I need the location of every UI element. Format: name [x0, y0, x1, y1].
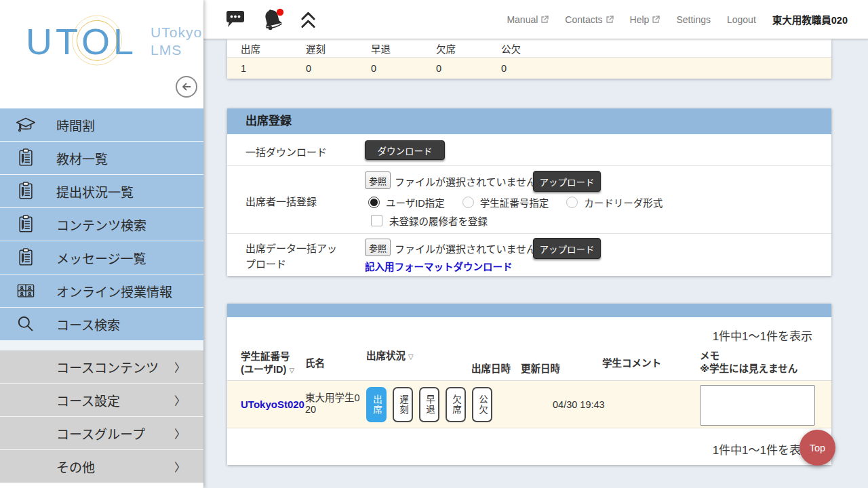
- sidebar-collapse-button[interactable]: [176, 76, 197, 98]
- col-student-number-line1: 学生証番号: [241, 350, 294, 363]
- register-unenrolled-label: 未登録の履修者を登録: [389, 214, 488, 228]
- radio-button-icon[interactable]: [462, 197, 474, 208]
- col-name-header: 氏名: [305, 357, 325, 370]
- summary-col-early-leave: 早退: [371, 41, 436, 56]
- radio-user-id[interactable]: ユーザID指定: [368, 195, 445, 209]
- double-chevron-up-icon: [300, 10, 317, 29]
- status-early-leave-button[interactable]: 早退: [419, 387, 439, 422]
- status-late-button[interactable]: 遅刻: [393, 387, 413, 422]
- topbar-icon-group: [203, 6, 317, 33]
- chat-bubble-icon: [225, 10, 245, 28]
- sidebar-item-course-contents[interactable]: コースコンテンツ 〉: [0, 350, 203, 384]
- scroll-to-top-button[interactable]: Top: [800, 430, 835, 466]
- attendee-bulk-register-label: 出席者一括登録: [245, 194, 317, 208]
- sidebar-item-materials[interactable]: 教材一覧: [0, 142, 203, 175]
- manual-link[interactable]: Manual: [507, 14, 549, 25]
- attendance-data-upload-label: 出席データ一括アップロード: [245, 241, 342, 272]
- external-link-icon: [540, 16, 549, 24]
- browse-file-button[interactable]: 参照: [365, 239, 391, 256]
- radio-card-reader[interactable]: カードリーダ形式: [566, 195, 663, 209]
- sidebar-item-online-class-info[interactable]: オンライン授業情報: [0, 274, 203, 308]
- settings-link[interactable]: Settings: [676, 14, 711, 25]
- help-link[interactable]: Help: [630, 14, 660, 25]
- summary-value-excused: 0: [501, 63, 566, 74]
- sidebar-item-course-search[interactable]: コース検索: [0, 308, 203, 341]
- status-present-button[interactable]: 出席: [366, 387, 387, 422]
- result-count-bottom: 1件中1〜1件を表示: [713, 441, 812, 458]
- radio-student-number[interactable]: 学生証番号指定: [462, 195, 549, 209]
- summary-col-present: 出席: [241, 41, 306, 56]
- col-memo-header: メモ ※学生には見えません: [700, 350, 797, 375]
- bulk-download-label: 一括ダウンロード: [245, 144, 327, 159]
- upload-button[interactable]: アップロード: [533, 238, 601, 259]
- sidebar-item-content-search[interactable]: コンテンツ検索: [0, 208, 203, 241]
- logo-letter-l: L: [113, 21, 137, 62]
- summary-col-excused: 公欠: [501, 41, 566, 56]
- notifications-button[interactable]: [259, 6, 286, 33]
- sidebar-item-label: コースグループ: [56, 424, 145, 443]
- col-student-number-header[interactable]: 学生証番号 (ユーザID) ▽: [241, 350, 294, 376]
- col-status-header[interactable]: 出席状況 ▽: [366, 350, 414, 363]
- attendance-status-buttons: 出席 遅刻 早退 欠席 公欠: [366, 387, 492, 422]
- external-link-icon: [606, 16, 614, 24]
- format-download-link[interactable]: 記入用フォーマットダウンロード: [365, 259, 513, 273]
- summary-col-absent: 欠席: [436, 41, 501, 56]
- table-top-bar: [227, 304, 831, 317]
- sidebar-item-course-settings[interactable]: コース設定 〉: [0, 384, 203, 417]
- radio-card-reader-label: カードリーダ形式: [584, 195, 663, 209]
- col-memo-line1: メモ: [700, 350, 797, 363]
- no-file-selected-text: ファイルが選択されていません。: [395, 174, 547, 188]
- upload-button[interactable]: アップロード: [533, 171, 601, 192]
- sort-icon[interactable]: ▽: [289, 367, 294, 374]
- external-link-icon: [652, 16, 660, 24]
- sidebar-course-menu: コースコンテンツ 〉 コース設定 〉 コースグループ 〉 その他 〉: [0, 350, 203, 483]
- contacts-link-label: Contacts: [565, 14, 602, 25]
- summary-header-row: 出席 遅刻 早退 欠席 公欠: [227, 39, 831, 58]
- logout-link[interactable]: Logout: [727, 14, 756, 25]
- checkbox-icon[interactable]: [371, 215, 382, 226]
- clipboard-icon: [14, 179, 38, 203]
- status-absent-button[interactable]: 欠席: [446, 387, 466, 422]
- logout-link-label: Logout: [727, 14, 756, 25]
- download-button[interactable]: ダウンロード: [365, 140, 445, 160]
- attendance-data-upload-row: 出席データ一括アップロード 参照 ファイルが選択されていません。 アップロード …: [227, 234, 831, 276]
- sidebar-main-menu: 時間割 教材一覧: [0, 108, 203, 341]
- student-id-link[interactable]: UTokyoSt020: [241, 399, 304, 410]
- sidebar-item-course-group[interactable]: コースグループ 〉: [0, 417, 203, 450]
- sidebar-item-label: コンテンツ検索: [56, 216, 146, 234]
- summary-value-row: 1 0 0 0 0: [227, 58, 831, 79]
- notification-dot: [277, 8, 283, 15]
- status-excused-button[interactable]: 公欠: [472, 387, 492, 422]
- bulk-download-row: 一括ダウンロード ダウンロード: [227, 134, 831, 166]
- col-updated-at-header: 更新日時: [521, 363, 560, 375]
- memo-textarea[interactable]: [700, 385, 815, 426]
- sidebar-item-label: その他: [56, 458, 95, 476]
- bell-icon: [259, 6, 286, 33]
- sidebar-item-others[interactable]: その他 〉: [0, 450, 203, 483]
- radio-button-icon[interactable]: [566, 197, 578, 208]
- col-attended-at-header: 出席日時: [471, 363, 511, 375]
- updated-at-value: 04/30 19:43: [553, 399, 605, 410]
- browse-file-button[interactable]: 参照: [365, 171, 391, 189]
- attendance-summary-table: 出席 遅刻 早退 欠席 公欠 1 0 0 0 0: [227, 39, 831, 79]
- sidebar-item-label: 時間割: [56, 116, 95, 134]
- panel-title: 出席登録: [227, 108, 831, 134]
- students-table-header: 1件中1〜1件を表示 学生証番号 (ユーザID) ▽ 氏名 出席状況 ▽ 出席日…: [227, 317, 831, 381]
- sidebar-item-submission-status[interactable]: 提出状況一覧: [0, 175, 203, 208]
- topbar-links: Manual Contacts Help Settings Logout 東大用…: [507, 12, 868, 26]
- logo-letter-o: O: [81, 21, 113, 62]
- sidebar-item-messages[interactable]: メッセージ一覧: [0, 241, 203, 274]
- contacts-link[interactable]: Contacts: [565, 14, 613, 25]
- utol-logo-text: UTOL: [26, 23, 137, 60]
- chevron-right-icon: 〉: [174, 458, 186, 475]
- radio-button-icon[interactable]: [368, 197, 380, 208]
- sidebar-item-timetable[interactable]: 時間割: [0, 108, 203, 142]
- clipboard-icon: [14, 146, 38, 170]
- chat-button[interactable]: [225, 10, 245, 28]
- collapse-topbar-button[interactable]: [300, 10, 317, 29]
- sidebar: UTOL UTokyo LMS: [0, 0, 203, 488]
- sidebar-section-divider: [0, 341, 203, 350]
- sort-icon[interactable]: ▽: [408, 353, 414, 361]
- logo-subtitle-line1: UTokyo: [151, 24, 202, 41]
- settings-link-label: Settings: [676, 14, 711, 25]
